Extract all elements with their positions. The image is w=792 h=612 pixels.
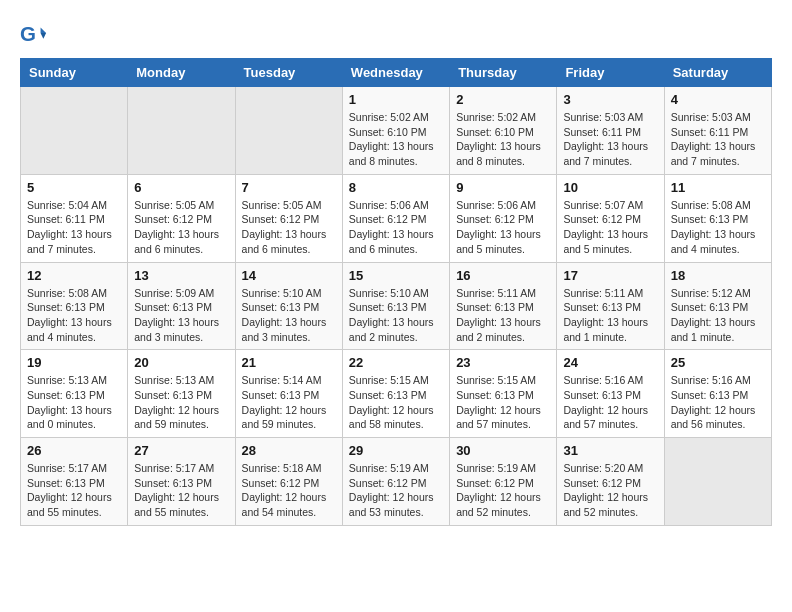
- calendar-cell: 25Sunrise: 5:16 AM Sunset: 6:13 PM Dayli…: [664, 350, 771, 438]
- day-number: 1: [349, 92, 443, 107]
- calendar-cell: 28Sunrise: 5:18 AM Sunset: 6:12 PM Dayli…: [235, 438, 342, 526]
- day-number: 3: [563, 92, 657, 107]
- weekday-header: Monday: [128, 59, 235, 87]
- day-info: Sunrise: 5:13 AM Sunset: 6:13 PM Dayligh…: [134, 373, 228, 432]
- day-number: 8: [349, 180, 443, 195]
- calendar-cell: 13Sunrise: 5:09 AM Sunset: 6:13 PM Dayli…: [128, 262, 235, 350]
- calendar-cell: 18Sunrise: 5:12 AM Sunset: 6:13 PM Dayli…: [664, 262, 771, 350]
- day-number: 5: [27, 180, 121, 195]
- day-info: Sunrise: 5:18 AM Sunset: 6:12 PM Dayligh…: [242, 461, 336, 520]
- day-number: 15: [349, 268, 443, 283]
- day-number: 9: [456, 180, 550, 195]
- day-number: 13: [134, 268, 228, 283]
- calendar-cell: 24Sunrise: 5:16 AM Sunset: 6:13 PM Dayli…: [557, 350, 664, 438]
- calendar-cell: 16Sunrise: 5:11 AM Sunset: 6:13 PM Dayli…: [450, 262, 557, 350]
- day-info: Sunrise: 5:17 AM Sunset: 6:13 PM Dayligh…: [134, 461, 228, 520]
- calendar-week-row: 12Sunrise: 5:08 AM Sunset: 6:13 PM Dayli…: [21, 262, 772, 350]
- svg-marker-2: [41, 33, 47, 39]
- day-number: 28: [242, 443, 336, 458]
- day-info: Sunrise: 5:15 AM Sunset: 6:13 PM Dayligh…: [456, 373, 550, 432]
- calendar-cell: [21, 87, 128, 175]
- calendar-cell: 31Sunrise: 5:20 AM Sunset: 6:12 PM Dayli…: [557, 438, 664, 526]
- day-info: Sunrise: 5:03 AM Sunset: 6:11 PM Dayligh…: [563, 110, 657, 169]
- calendar-cell: 10Sunrise: 5:07 AM Sunset: 6:12 PM Dayli…: [557, 174, 664, 262]
- calendar-cell: 20Sunrise: 5:13 AM Sunset: 6:13 PM Dayli…: [128, 350, 235, 438]
- calendar-body: 1Sunrise: 5:02 AM Sunset: 6:10 PM Daylig…: [21, 87, 772, 526]
- day-number: 16: [456, 268, 550, 283]
- weekday-header: Thursday: [450, 59, 557, 87]
- calendar-header: SundayMondayTuesdayWednesdayThursdayFrid…: [21, 59, 772, 87]
- day-info: Sunrise: 5:02 AM Sunset: 6:10 PM Dayligh…: [456, 110, 550, 169]
- svg-marker-1: [41, 27, 47, 33]
- day-info: Sunrise: 5:03 AM Sunset: 6:11 PM Dayligh…: [671, 110, 765, 169]
- day-info: Sunrise: 5:07 AM Sunset: 6:12 PM Dayligh…: [563, 198, 657, 257]
- calendar-cell: 11Sunrise: 5:08 AM Sunset: 6:13 PM Dayli…: [664, 174, 771, 262]
- day-number: 14: [242, 268, 336, 283]
- calendar-cell: 19Sunrise: 5:13 AM Sunset: 6:13 PM Dayli…: [21, 350, 128, 438]
- day-info: Sunrise: 5:16 AM Sunset: 6:13 PM Dayligh…: [563, 373, 657, 432]
- calendar-cell: 15Sunrise: 5:10 AM Sunset: 6:13 PM Dayli…: [342, 262, 449, 350]
- day-info: Sunrise: 5:12 AM Sunset: 6:13 PM Dayligh…: [671, 286, 765, 345]
- day-info: Sunrise: 5:06 AM Sunset: 6:12 PM Dayligh…: [456, 198, 550, 257]
- calendar-cell: 5Sunrise: 5:04 AM Sunset: 6:11 PM Daylig…: [21, 174, 128, 262]
- day-info: Sunrise: 5:19 AM Sunset: 6:12 PM Dayligh…: [349, 461, 443, 520]
- weekday-header: Friday: [557, 59, 664, 87]
- day-number: 24: [563, 355, 657, 370]
- calendar-cell: 30Sunrise: 5:19 AM Sunset: 6:12 PM Dayli…: [450, 438, 557, 526]
- day-info: Sunrise: 5:06 AM Sunset: 6:12 PM Dayligh…: [349, 198, 443, 257]
- logo-icon: G: [20, 20, 48, 48]
- calendar-cell: 22Sunrise: 5:15 AM Sunset: 6:13 PM Dayli…: [342, 350, 449, 438]
- page-header: G: [20, 20, 772, 48]
- calendar-cell: 21Sunrise: 5:14 AM Sunset: 6:13 PM Dayli…: [235, 350, 342, 438]
- day-info: Sunrise: 5:15 AM Sunset: 6:13 PM Dayligh…: [349, 373, 443, 432]
- day-info: Sunrise: 5:02 AM Sunset: 6:10 PM Dayligh…: [349, 110, 443, 169]
- logo: G: [20, 20, 52, 48]
- day-number: 6: [134, 180, 228, 195]
- calendar-week-row: 5Sunrise: 5:04 AM Sunset: 6:11 PM Daylig…: [21, 174, 772, 262]
- calendar-cell: 1Sunrise: 5:02 AM Sunset: 6:10 PM Daylig…: [342, 87, 449, 175]
- day-info: Sunrise: 5:08 AM Sunset: 6:13 PM Dayligh…: [671, 198, 765, 257]
- day-info: Sunrise: 5:17 AM Sunset: 6:13 PM Dayligh…: [27, 461, 121, 520]
- calendar-cell: 27Sunrise: 5:17 AM Sunset: 6:13 PM Dayli…: [128, 438, 235, 526]
- day-number: 23: [456, 355, 550, 370]
- weekday-row: SundayMondayTuesdayWednesdayThursdayFrid…: [21, 59, 772, 87]
- calendar-cell: 23Sunrise: 5:15 AM Sunset: 6:13 PM Dayli…: [450, 350, 557, 438]
- calendar-cell: 7Sunrise: 5:05 AM Sunset: 6:12 PM Daylig…: [235, 174, 342, 262]
- calendar-cell: 2Sunrise: 5:02 AM Sunset: 6:10 PM Daylig…: [450, 87, 557, 175]
- day-number: 4: [671, 92, 765, 107]
- calendar-cell: 9Sunrise: 5:06 AM Sunset: 6:12 PM Daylig…: [450, 174, 557, 262]
- day-number: 17: [563, 268, 657, 283]
- day-info: Sunrise: 5:16 AM Sunset: 6:13 PM Dayligh…: [671, 373, 765, 432]
- day-info: Sunrise: 5:10 AM Sunset: 6:13 PM Dayligh…: [349, 286, 443, 345]
- calendar-week-row: 26Sunrise: 5:17 AM Sunset: 6:13 PM Dayli…: [21, 438, 772, 526]
- day-number: 19: [27, 355, 121, 370]
- calendar-cell: 3Sunrise: 5:03 AM Sunset: 6:11 PM Daylig…: [557, 87, 664, 175]
- day-info: Sunrise: 5:10 AM Sunset: 6:13 PM Dayligh…: [242, 286, 336, 345]
- day-number: 22: [349, 355, 443, 370]
- calendar-cell: [235, 87, 342, 175]
- calendar-week-row: 19Sunrise: 5:13 AM Sunset: 6:13 PM Dayli…: [21, 350, 772, 438]
- day-number: 30: [456, 443, 550, 458]
- calendar-cell: 29Sunrise: 5:19 AM Sunset: 6:12 PM Dayli…: [342, 438, 449, 526]
- day-info: Sunrise: 5:05 AM Sunset: 6:12 PM Dayligh…: [134, 198, 228, 257]
- day-info: Sunrise: 5:09 AM Sunset: 6:13 PM Dayligh…: [134, 286, 228, 345]
- day-number: 10: [563, 180, 657, 195]
- calendar-table: SundayMondayTuesdayWednesdayThursdayFrid…: [20, 58, 772, 526]
- calendar-cell: 17Sunrise: 5:11 AM Sunset: 6:13 PM Dayli…: [557, 262, 664, 350]
- day-info: Sunrise: 5:05 AM Sunset: 6:12 PM Dayligh…: [242, 198, 336, 257]
- calendar-cell: 6Sunrise: 5:05 AM Sunset: 6:12 PM Daylig…: [128, 174, 235, 262]
- day-number: 7: [242, 180, 336, 195]
- weekday-header: Saturday: [664, 59, 771, 87]
- day-number: 27: [134, 443, 228, 458]
- weekday-header: Wednesday: [342, 59, 449, 87]
- calendar-cell: 12Sunrise: 5:08 AM Sunset: 6:13 PM Dayli…: [21, 262, 128, 350]
- day-number: 12: [27, 268, 121, 283]
- day-number: 2: [456, 92, 550, 107]
- day-number: 18: [671, 268, 765, 283]
- day-info: Sunrise: 5:08 AM Sunset: 6:13 PM Dayligh…: [27, 286, 121, 345]
- calendar-cell: 4Sunrise: 5:03 AM Sunset: 6:11 PM Daylig…: [664, 87, 771, 175]
- calendar-cell: [128, 87, 235, 175]
- svg-text:G: G: [20, 22, 36, 45]
- calendar-week-row: 1Sunrise: 5:02 AM Sunset: 6:10 PM Daylig…: [21, 87, 772, 175]
- day-info: Sunrise: 5:11 AM Sunset: 6:13 PM Dayligh…: [563, 286, 657, 345]
